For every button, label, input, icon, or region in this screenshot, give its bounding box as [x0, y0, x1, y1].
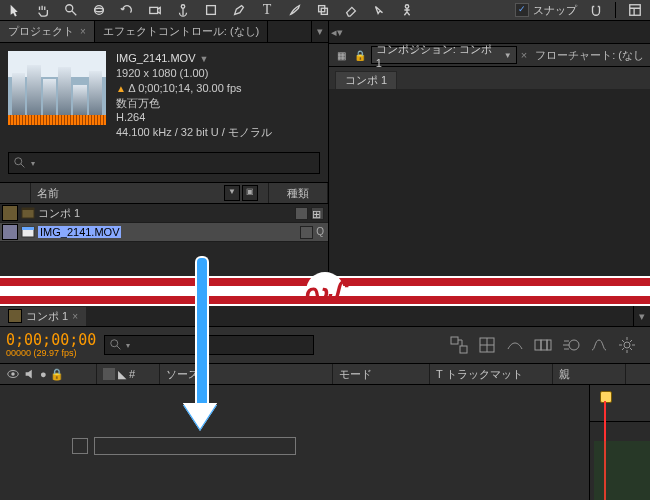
svg-point-0 [66, 5, 73, 12]
tag-icon[interactable] [300, 226, 313, 239]
panel-menu-icon[interactable]: ▾ [633, 306, 650, 326]
snap-checkbox-icon: ✓ [515, 3, 529, 17]
audio-switch-icon[interactable] [23, 367, 37, 381]
brainstorm-icon[interactable] [616, 334, 638, 356]
composition-dropdown[interactable]: コンポジション: コンポ 1▼ [371, 46, 517, 64]
label-swatch[interactable] [2, 224, 18, 240]
svg-rect-14 [22, 227, 34, 230]
svg-rect-9 [630, 5, 641, 16]
graph-editor-icon[interactable] [588, 334, 610, 356]
project-item-footage[interactable]: IMG_2141.MOV Q [0, 223, 328, 242]
puppet-tool-icon[interactable] [398, 2, 416, 18]
timeline-layers-area[interactable] [0, 385, 650, 500]
search-icon [13, 156, 27, 170]
anchor-tool-icon[interactable] [174, 2, 192, 18]
camera-tool-icon[interactable] [146, 2, 164, 18]
placeholder-checkbox [72, 438, 88, 454]
svg-rect-5 [207, 6, 216, 15]
footage-thumbnail[interactable] [8, 51, 106, 125]
timeline-search[interactable]: ▾ [104, 335, 314, 355]
snap-toggle[interactable]: ✓ スナップ [515, 3, 577, 18]
svg-rect-17 [460, 346, 467, 353]
tag-icon[interactable] [295, 207, 308, 220]
filter-icon[interactable]: ▣ [242, 185, 258, 201]
project-list-header: 名前 ▼▣ 種類 [0, 182, 328, 204]
svg-rect-20 [541, 340, 547, 350]
snap-options-icon[interactable] [587, 2, 605, 18]
tab-project[interactable]: プロジェクト× [0, 21, 95, 42]
shy-column-icon[interactable]: ◣ [118, 368, 126, 381]
current-time-indicator-icon[interactable] [598, 391, 612, 415]
composition-viewer[interactable] [329, 89, 650, 276]
zoom-tool-icon[interactable] [62, 2, 80, 18]
column-name[interactable]: 名前 ▼▣ [31, 183, 269, 203]
svg-rect-12 [22, 208, 34, 210]
svg-rect-16 [451, 337, 458, 344]
selection-tool[interactable] [6, 2, 24, 18]
flow-icon[interactable]: ⊞ [311, 207, 324, 220]
timeline-tracks[interactable] [589, 385, 650, 500]
close-icon[interactable]: × [80, 26, 86, 37]
comp-icon [20, 206, 36, 220]
close-icon[interactable]: × [521, 49, 527, 61]
shape-tool-icon[interactable] [202, 2, 220, 18]
sort-icon[interactable]: ▼ [224, 185, 240, 201]
mode-column[interactable]: モード [333, 364, 430, 384]
frame-blend-icon[interactable] [532, 334, 554, 356]
eraser-tool-icon[interactable] [342, 2, 360, 18]
comp-mini-flowchart-icon[interactable] [448, 334, 470, 356]
project-search[interactable]: ▾ [8, 152, 320, 174]
svg-point-1 [95, 6, 104, 15]
video-switch-icon[interactable] [6, 367, 20, 381]
grid-icon[interactable]: ▦ [335, 48, 349, 62]
svg-point-25 [11, 372, 15, 376]
chevron-down-icon[interactable]: ▼ [199, 54, 208, 64]
clone-tool-icon[interactable] [314, 2, 332, 18]
svg-point-10 [15, 158, 22, 165]
hides-shy-icon[interactable] [504, 334, 526, 356]
brush-tool-icon[interactable] [286, 2, 304, 18]
column-type[interactable]: 種類 [269, 183, 328, 203]
source-name-column[interactable]: ソース名 [160, 364, 333, 384]
footage-icon [20, 225, 36, 239]
placeholder-field [94, 437, 296, 455]
close-icon[interactable]: × [72, 311, 78, 322]
composition-panel: ◂▾ ▦ 🔒 コンポジション: コンポ 1▼ × フローチャート: (なし コン… [329, 21, 650, 276]
number-column[interactable]: # [129, 368, 135, 380]
roto-tool-icon[interactable] [370, 2, 388, 18]
project-item-comp[interactable]: コンポ 1 ⊞ [0, 204, 328, 223]
project-item-label: IMG_2141.MOV [36, 226, 278, 238]
lock-switch-icon[interactable]: 🔒 [50, 368, 64, 381]
project-item-label: コンポ 1 [36, 206, 278, 221]
orbit-tool-icon[interactable] [90, 2, 108, 18]
label-swatch[interactable] [2, 205, 18, 221]
pen-tool-icon[interactable] [230, 2, 248, 18]
search-icon [109, 338, 123, 352]
motion-blur-icon[interactable] [560, 334, 582, 356]
hand-tool-icon[interactable] [34, 2, 52, 18]
time-ruler[interactable] [590, 385, 650, 422]
label-swatch [8, 309, 22, 323]
svg-rect-19 [535, 340, 541, 350]
draft3d-icon[interactable] [476, 334, 498, 356]
rotate-tool-icon[interactable] [118, 2, 136, 18]
comp-chip[interactable]: コンポ 1 [335, 71, 397, 90]
timeline-columns-header: ● 🔒 ◣ # ソース名 モード T トラックマット 親 [0, 364, 650, 385]
timeline-tab[interactable]: コンポ 1 × [0, 307, 86, 326]
panel-menu-icon[interactable]: ▾ [311, 21, 328, 42]
flowchart-label[interactable]: フローチャート: (なし [535, 48, 644, 63]
current-time[interactable]: 0;00;00;00 00000 (29.97 fps) [6, 333, 96, 358]
solo-switch-icon[interactable]: ● [40, 368, 47, 380]
trackmatte-column[interactable]: T トラックマット [430, 364, 553, 384]
text-tool-icon[interactable]: T [258, 2, 276, 18]
panel-nav-icon[interactable]: ◂▾ [329, 21, 345, 43]
tab-effect-controls[interactable]: エフェクトコントロール: (なし) [95, 21, 268, 42]
layout-button-icon[interactable] [626, 2, 644, 18]
waveform-icon [8, 115, 106, 125]
app-toolbar: T ✓ スナップ [0, 0, 650, 21]
project-panel: プロジェクト× エフェクトコントロール: (なし) ▾ IMG_2141.MOV… [0, 21, 329, 276]
svg-point-22 [569, 340, 579, 350]
lock-icon[interactable]: 🔒 [353, 48, 367, 62]
parent-column[interactable]: 親 [553, 364, 626, 384]
label-column-icon[interactable] [103, 368, 115, 380]
